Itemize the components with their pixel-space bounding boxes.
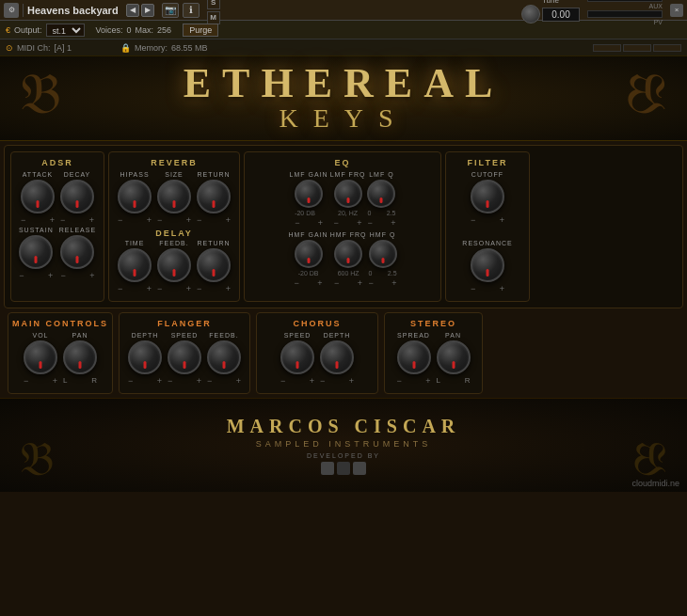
delay-row: TIME −+ FEEDB. −+ RETURN −+ [113,240,235,293]
logo-block-1 [321,462,334,475]
top-bar: ⚙ Heavens backyard ◀ ▶ 📷 ℹ S M Tune 0.00… [0,0,687,21]
pv-label: PV [587,19,663,25]
cutoff-knob[interactable] [471,180,504,213]
voices-label: Voices: [96,25,123,35]
pan-knob[interactable] [63,340,97,374]
stereo-pan-label: PAN [445,332,461,339]
pan-label: PAN [72,332,88,339]
hmf-q-knob[interactable] [369,240,397,268]
chorus-title: CHORUS [261,319,374,328]
size-knob[interactable] [157,180,191,213]
eq-title: EQ [248,158,437,167]
chorus-speed-knob-item: SPEED −+ [280,332,314,386]
cutoff-knob-item: CUTOFF −+ [471,171,504,225]
purge-button[interactable]: Purge [183,24,218,37]
decay-knob[interactable] [60,180,94,213]
camera-icon[interactable]: 📷 [162,3,179,18]
cutoff-label: CUTOFF [471,171,503,178]
hmf-gain-knob[interactable] [295,240,323,268]
top-bar-right: Tune 0.00 AUX PV × [521,0,683,25]
vol-pan-row: VOL −+ PAN LR [12,332,108,386]
s-button[interactable]: S [207,0,220,9]
prev-button[interactable]: ◀ [126,4,139,17]
time-knob-item: TIME −+ [118,240,152,293]
footer-sub: SAMPLED INSTRUMENTS [256,439,432,449]
m-button[interactable]: M [207,11,220,24]
lmf-gain-knob[interactable] [295,180,323,208]
header-area: 𝔅 ETHEREAL KEYS 𝔅 [0,56,687,141]
flanger-depth-knob-item: DEPTH −+ [128,332,162,386]
flanger-speed-knob[interactable] [168,340,201,374]
feedb-knob[interactable] [157,248,191,282]
flanger-feedb-knob[interactable] [207,340,241,374]
flanger-title: FLANGER [123,319,246,328]
watermark: cloudmidi.ne [631,479,679,488]
chorus-depth-knob-item: DEPTH −+ [320,332,354,386]
info-icon[interactable]: ℹ [183,3,200,18]
resonance-knob[interactable] [471,248,504,282]
sustain-knob-item: SUSTAIN −+ [19,227,54,280]
attack-knob[interactable] [21,180,55,213]
toolbar-icons: 📷 ℹ [162,3,200,18]
footer-ornament-left: 𝔅 [19,432,55,487]
chorus-depth-knob[interactable] [320,340,354,374]
output-select[interactable]: st.1 [46,24,85,37]
time-knob[interactable] [118,248,152,282]
hipass-knob[interactable] [118,180,152,213]
header-title: ETHEREAL KEYS [184,63,504,134]
decay-knob-item: DECAY −+ [60,171,94,225]
close-button[interactable]: × [670,4,683,17]
flanger-feedb-label: FEEDB. [209,332,238,339]
lmf-q-knob[interactable] [367,180,395,208]
ornament-right: 𝔅 [625,66,668,122]
feedb-knob-item: FEEDB. −+ [157,240,191,293]
sustain-knob[interactable] [19,235,53,269]
chorus-depth-label: DEPTH [324,332,351,339]
hmf-gain-label: HMF GAIN [288,231,328,238]
release-label: RELEASE [59,227,96,233]
lmf-frq-val: 20, HZ [338,210,358,216]
ethereal-text: ETHEREAL [184,63,504,104]
next-button[interactable]: ▶ [141,4,154,17]
main-controls-section: MAIN CONTROLS VOL −+ PAN LR [8,312,113,394]
reverb-return-knob[interactable] [197,180,231,213]
hmf-q-knob-item: HMF Q 02.5 −+ [369,231,397,288]
filter-title: FILTER [450,158,525,167]
feedb-label: FEEDB. [159,240,188,246]
lmf-gain-label: LMF GAIN [290,171,328,178]
memory-label: Memory: [135,43,168,53]
vol-knob-item: VOL −+ [24,332,57,386]
tune-knob[interactable] [521,5,540,24]
ornament-left: 𝔅 [19,66,62,122]
reverb-section: REVERB HIPASS −+ SIZE −+ RETURN −+ DELAY… [108,151,240,302]
stereo-pan-knob[interactable] [437,340,471,374]
lmf-gain-knob-item: LMF GAIN -20 DB −+ [290,171,328,228]
nav-arrows: ◀ ▶ [126,4,154,17]
max-value: 256 [157,25,171,35]
filter-section: FILTER CUTOFF −+ RESONANCE −+ [445,151,530,302]
vol-knob[interactable] [24,340,57,374]
logo-block-2 [337,462,350,475]
spread-knob[interactable] [397,340,431,374]
midi-label: MIDI Ch: [17,43,51,53]
delay-return-label: RETURN [197,240,230,246]
flanger-feedb-knob-item: FEEDB. −+ [207,332,241,386]
flanger-depth-knob[interactable] [128,340,162,374]
hmf-frq-knob[interactable] [334,240,362,268]
delay-return-knob[interactable] [197,248,231,282]
reverb-row: HIPASS −+ SIZE −+ RETURN −+ [113,171,235,225]
chorus-speed-knob[interactable] [280,340,314,374]
footer: 𝔅 MARCOS CISCAR SAMPLED INSTRUMENTS DEVE… [0,398,687,492]
pan-knob-item: PAN LR [63,332,97,386]
footer-brand: MARCOS CISCAR [227,416,461,437]
stereo-section: STEREO SPREAD −+ PAN LR [384,312,483,394]
delay-return-knob-item: RETURN −+ [197,240,231,293]
adsr-section: ADSR ATTACK −+ DECAY −+ SUSTAIN −+ RELEA… [10,151,104,302]
attack-decay-row: ATTACK −+ DECAY −+ [15,171,100,225]
flanger-depth-label: DEPTH [132,332,159,339]
decay-label: DECAY [64,171,91,178]
lmf-frq-knob[interactable] [334,180,362,208]
hmf-frq-val: 600 HZ [338,270,359,276]
release-knob[interactable] [60,235,94,269]
release-knob-item: RELEASE −+ [59,227,96,280]
